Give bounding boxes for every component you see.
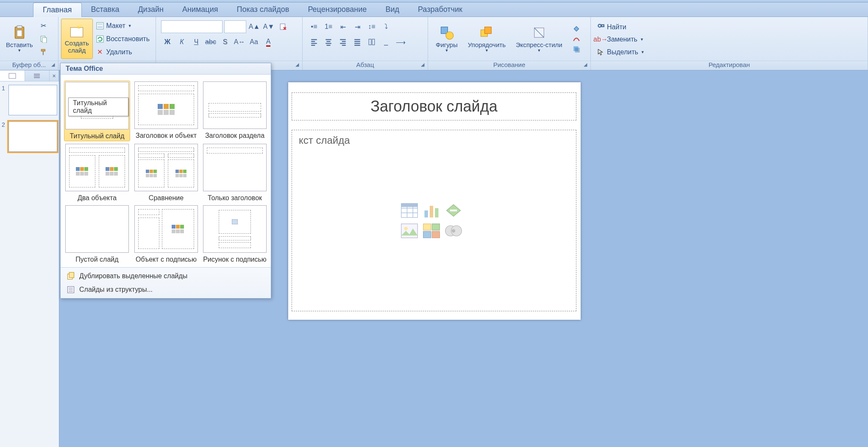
font-launcher[interactable]: ◢ — [294, 62, 300, 69]
delete-slide-button[interactable]: ✕Удалить — [95, 47, 151, 57]
paragraph-launcher[interactable]: ◢ — [419, 62, 426, 69]
shape-effects-button[interactable] — [571, 45, 582, 54]
align-right-button[interactable] — [337, 36, 349, 48]
insert-chart-icon[interactable] — [422, 202, 441, 219]
svg-rect-41 — [158, 110, 163, 115]
arrange-button[interactable]: Упорядочить▼ — [465, 23, 509, 54]
tab-review[interactable]: Рецензирование — [298, 3, 376, 17]
change-case-button[interactable]: Aa — [248, 36, 260, 48]
text-direction-button[interactable]: ⤵ — [380, 20, 392, 33]
layout-title-slide[interactable]: Титульный слайд Титульный слайд — [64, 81, 130, 141]
clipboard-launcher[interactable]: ◢ — [50, 62, 56, 69]
font-color-icon: A — [266, 38, 271, 47]
decrease-indent-icon: ⇤ — [340, 23, 346, 31]
layout-two-content[interactable]: Два объекта — [64, 143, 130, 203]
svg-rect-29 — [401, 224, 418, 238]
layout-label-3: Два объекта — [78, 194, 117, 202]
slides-from-outline-menuitem[interactable]: Слайды из структуры... — [61, 283, 271, 296]
align-center-button[interactable] — [322, 36, 335, 48]
svg-rect-65 — [175, 174, 179, 177]
line-spacing-button[interactable]: ↕≡ — [365, 20, 378, 33]
reset-button[interactable]: Восстановить — [95, 34, 151, 44]
tab-home[interactable]: Главная — [33, 3, 82, 17]
columns-button[interactable] — [365, 36, 378, 48]
char-spacing-button[interactable]: A↔ — [233, 36, 246, 48]
increase-indent-button[interactable]: ⇥ — [351, 20, 364, 33]
insert-smartart-icon[interactable] — [444, 202, 463, 219]
group-font: A▲ A▼ Ж К Ч abc S A↔ Aa A ◢ — [156, 17, 303, 70]
duplicate-slides-menuitem[interactable]: Дублировать выделенные слайды — [61, 269, 271, 283]
svg-rect-39 — [164, 104, 169, 109]
shrink-font-button[interactable]: A▼ — [262, 20, 275, 33]
shape-fill-icon — [573, 25, 580, 33]
underline-button[interactable]: Ч — [190, 36, 203, 48]
tab-animation[interactable]: Анимация — [173, 3, 228, 17]
align-justify-button[interactable] — [351, 36, 364, 48]
title-placeholder[interactable]: Заголовок слайда — [292, 92, 576, 120]
find-button[interactable]: Найти — [595, 22, 646, 32]
layout-blank[interactable]: Пустой слайд — [64, 204, 130, 264]
shape-fill-button[interactable] — [571, 24, 582, 34]
copy-button[interactable] — [38, 34, 49, 44]
grow-font-button[interactable]: A▲ — [248, 20, 261, 33]
svg-rect-68 — [172, 225, 175, 229]
smartart-icon: ⟶ — [396, 38, 406, 46]
bold-button[interactable]: Ж — [161, 36, 174, 48]
replace-button[interactable]: ab→Заменить ▼ — [595, 35, 646, 44]
select-button[interactable]: Выделить ▼ — [595, 47, 646, 57]
svg-rect-17 — [485, 27, 492, 34]
font-size-combo[interactable] — [224, 20, 246, 33]
duplicate-icon — [67, 272, 75, 280]
reset-label: Восстановить — [106, 35, 150, 43]
shapes-button[interactable]: Фигуры▼ — [432, 23, 461, 54]
tab-design[interactable]: Дизайн — [128, 3, 173, 17]
layout-picture-caption[interactable]: Рисунок с подписью — [202, 204, 267, 264]
layout-button[interactable]: Макет ▼ — [95, 21, 151, 31]
layout-title-only[interactable]: Только заголовок — [202, 143, 267, 203]
body-placeholder[interactable]: кст слайда — [292, 130, 576, 311]
font-name-combo[interactable] — [161, 20, 223, 33]
insert-clipart-icon[interactable] — [422, 222, 441, 239]
font-color-button[interactable]: A — [262, 36, 275, 48]
svg-point-6 — [79, 25, 82, 27]
cut-button[interactable]: ✂ — [38, 21, 49, 31]
insert-picture-icon[interactable] — [400, 222, 419, 239]
format-painter-button[interactable] — [38, 47, 49, 57]
paste-button[interactable]: Вставить ▼ — [3, 19, 36, 59]
align-left-button[interactable] — [308, 36, 320, 48]
layout-content-caption[interactable]: Объект с подписью — [134, 204, 199, 264]
drawing-launcher[interactable]: ◢ — [582, 62, 589, 69]
layout-tooltip: Титульный слайд — [68, 98, 128, 116]
copy-icon — [40, 35, 47, 43]
svg-rect-28 — [435, 208, 438, 218]
insert-media-icon[interactable] — [444, 222, 463, 239]
panel-close[interactable]: × — [50, 70, 59, 81]
quickstyles-button[interactable]: Экспресс-стили▼ — [512, 23, 566, 54]
change-case-icon: Aa — [250, 38, 258, 46]
numbering-button[interactable]: 1≡ — [322, 20, 335, 33]
clear-format-button[interactable] — [277, 20, 289, 33]
slide-thumb-2[interactable]: 2 — [2, 121, 57, 152]
shadow-button[interactable]: S — [219, 36, 231, 48]
align-text-button[interactable]: ⎯ — [380, 36, 392, 48]
layout-title-content[interactable]: Заголовок и объект — [134, 81, 199, 141]
tab-view[interactable]: Вид — [376, 3, 409, 17]
smartart-button[interactable]: ⟶ — [394, 36, 407, 48]
strike-button[interactable]: abc — [204, 36, 217, 48]
shape-outline-button[interactable] — [571, 34, 582, 44]
bullets-button[interactable]: •≡ — [308, 20, 320, 33]
tab-insert[interactable]: Вставка — [82, 3, 129, 17]
slide-thumb-1[interactable]: 1 — [2, 85, 57, 115]
svg-rect-70 — [180, 225, 184, 229]
tab-slideshow[interactable]: Показ слайдов — [227, 3, 298, 17]
panel-tab-outline[interactable] — [25, 70, 50, 81]
layout-section-header[interactable]: Заголовок раздела — [202, 81, 267, 141]
italic-button[interactable]: К — [175, 36, 188, 48]
decrease-indent-button[interactable]: ⇤ — [337, 20, 349, 33]
panel-tab-slides[interactable] — [0, 70, 25, 81]
insert-table-icon[interactable] — [400, 202, 419, 219]
duplicate-label: Дублировать выделенные слайды — [79, 272, 187, 280]
layout-comparison[interactable]: Сравнение — [134, 143, 199, 203]
tab-developer[interactable]: Разработчик — [409, 3, 472, 17]
new-slide-button[interactable]: Создать слайд — [61, 19, 93, 59]
